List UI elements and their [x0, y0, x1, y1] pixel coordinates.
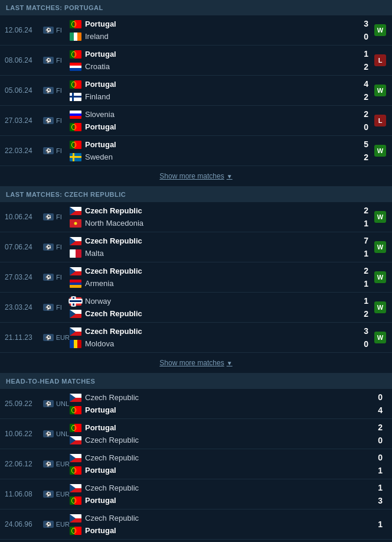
team-flag: [70, 436, 81, 444]
show-more-button[interactable]: Show more matches▼: [159, 172, 232, 180]
score-column: 04: [370, 391, 387, 417]
team-row: Croatia: [70, 60, 355, 73]
teams-column: Czech RepublicPortugal: [70, 509, 370, 539]
team-row: Portugal: [70, 138, 355, 151]
score-team1: 5: [355, 138, 368, 151]
show-more-label: Show more matches: [159, 359, 224, 367]
team-flag: [70, 514, 81, 522]
match-competition: ⚽EUR: [43, 491, 70, 498]
score-column: 20: [370, 421, 387, 447]
score-team1: 2: [355, 204, 368, 217]
team-name: Czech Republic: [85, 236, 142, 245]
match-date: 11.06.08: [5, 490, 43, 498]
competition-label: FI: [56, 244, 62, 251]
match-date: 24.06.96: [5, 520, 43, 528]
team-name: Portugal: [85, 20, 116, 28]
score-team1: 0: [370, 451, 383, 464]
team-name: Czech Republic: [85, 309, 142, 318]
team-name: Malta: [85, 249, 104, 258]
team-name: Slovenia: [85, 110, 115, 119]
teams-column: Czech RepublicArmenia: [70, 262, 355, 292]
score-column: 30: [355, 17, 373, 43]
match-row: 24.06.96⚽EURCzech RepublicPortugal1: [0, 509, 392, 540]
score-column: 52: [355, 138, 373, 164]
teams-column: Czech RepublicPortugal: [70, 449, 370, 479]
chevron-down-icon: ▼: [227, 360, 233, 366]
score-team1: 1: [355, 47, 368, 60]
result-badge: L: [374, 54, 386, 66]
score-team2: 1: [355, 247, 368, 260]
section-header-h2h: HEAD-TO-HEAD MATCHES: [0, 374, 392, 389]
team-name: Czech Republic: [85, 327, 142, 336]
team-name: Norway: [85, 297, 111, 306]
result-badge: W: [374, 145, 386, 157]
match-date: 27.03.24: [5, 116, 43, 125]
team-row: Portugal: [70, 78, 355, 90]
score-column: 71: [355, 234, 373, 260]
team-flag: [70, 424, 81, 432]
team-flag: [70, 280, 81, 288]
team-row: Sweden: [70, 151, 355, 163]
team-name: Czech Republic: [85, 483, 139, 492]
team-row: Czech Republic: [70, 434, 370, 446]
team-name: Czech Republic: [85, 393, 139, 402]
team-name: Portugal: [85, 122, 116, 131]
competition-label: EUR: [56, 521, 70, 528]
competition-icon: ⚽: [43, 244, 54, 251]
score-team2: 1: [355, 277, 368, 290]
team-name: Croatia: [85, 62, 110, 71]
match-row: 21.11.23⚽EURCzech RepublicMoldova30W: [0, 323, 392, 353]
team-row: Czech Republic: [70, 307, 355, 320]
match-row: 22.03.24⚽FIPortugalSweden52W: [0, 136, 392, 166]
team-row: Moldova: [70, 337, 355, 350]
competition-label: FI: [56, 274, 62, 281]
team-row: Finland: [70, 90, 355, 103]
match-row: 10.06.24⚽FICzech RepublicNorth Macedonia…: [0, 202, 392, 232]
competition-icon: ⚽: [43, 213, 54, 220]
result-badge: W: [374, 85, 386, 96]
team-flag: [70, 327, 81, 336]
team-row: Czech Republic: [70, 482, 370, 494]
result-column: W: [373, 241, 387, 253]
result-column: W: [373, 271, 387, 283]
score-team1: 4: [355, 77, 368, 90]
match-competition: ⚽FI: [43, 147, 70, 154]
match-competition: ⚽FI: [43, 213, 70, 220]
match-competition: ⚽FI: [43, 244, 70, 251]
teams-column: Czech RepublicMoldova: [70, 323, 355, 352]
team-row: Czech Republic: [70, 265, 355, 277]
team-flag: [70, 340, 81, 348]
result-column: W: [373, 211, 387, 223]
match-competition: ⚽FI: [43, 27, 70, 34]
team-name: Portugal: [85, 405, 116, 414]
competition-label: FI: [56, 27, 62, 34]
teams-column: PortugalFinland: [70, 76, 355, 105]
score-column: 1: [370, 518, 387, 531]
show-more-row: Show more matches▼: [0, 353, 392, 374]
score-team1: 3: [355, 17, 368, 30]
score-team2: 3: [370, 494, 383, 507]
team-flag: [70, 237, 81, 245]
team-name: North Macedonia: [85, 219, 143, 228]
score-column: 12: [355, 294, 373, 320]
team-name: Moldova: [85, 339, 114, 348]
team-name: Portugal: [85, 466, 116, 475]
team-flag: [70, 80, 81, 89]
competition-icon: ⚽: [43, 400, 54, 407]
team-row: Portugal: [70, 524, 370, 537]
team-name: Finland: [85, 92, 110, 101]
match-row: 22.06.12⚽EURCzech RepublicPortugal01: [0, 449, 392, 479]
match-date: 27.03.24: [5, 273, 43, 281]
match-row: 05.06.24⚽FIPortugalFinland42W: [0, 76, 392, 106]
team-row: Slovenia: [70, 108, 355, 121]
teams-column: PortugalCzech Republic: [70, 419, 370, 449]
result-badge: W: [374, 24, 386, 36]
teams-column: Czech RepublicMalta: [70, 232, 355, 262]
team-flag: [70, 111, 81, 119]
show-more-button[interactable]: Show more matches▼: [159, 359, 232, 367]
match-competition: ⚽EUR: [43, 460, 70, 468]
team-row: Portugal: [70, 494, 370, 507]
team-row: Portugal: [70, 18, 355, 30]
competition-label: FI: [56, 147, 62, 154]
team-flag: [70, 310, 81, 318]
